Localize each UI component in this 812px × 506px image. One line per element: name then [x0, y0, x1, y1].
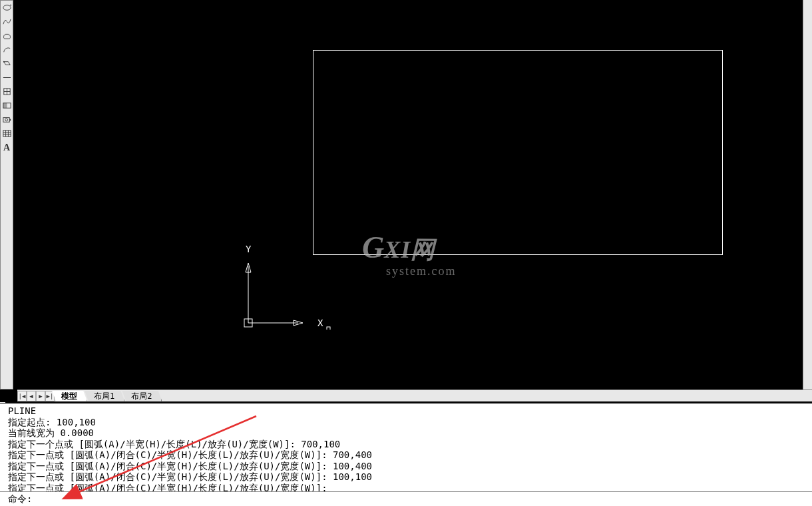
layout-tabbar: |◀ ◀ ▶ ▶| 模型 布局1 布局2 [17, 389, 812, 401]
command-prompt: 命令: [8, 493, 32, 505]
log-line: 指定起点: 100,100 [8, 417, 96, 427]
tab-layout1[interactable]: 布局1 [85, 391, 124, 401]
log-line: 当前线宽为 0.0000 [8, 427, 94, 438]
tab-nav-next-icon[interactable]: ▶ [36, 391, 45, 401]
svg-rect-12 [3, 130, 10, 136]
drawing-canvas[interactable]: Y X GXI网 system.com [17, 0, 812, 389]
command-line: 命令: [0, 491, 812, 506]
point-tool-icon[interactable] [1, 72, 13, 83]
draw-toolbar: A [0, 0, 13, 389]
log-line: 指定下一点或 [圆弧(A)/闭合(C)/半宽(H)/长度(L)/放弃(U)/宽度… [8, 461, 372, 471]
vertical-scrollbar[interactable] [803, 0, 812, 389]
text-tool-icon[interactable]: A [1, 142, 13, 153]
ucs-icon: Y X [242, 243, 335, 330]
tab-layout2[interactable]: 布局2 [122, 391, 162, 401]
revcloud-tool-icon[interactable] [1, 30, 13, 41]
hatch-region-tool-icon[interactable] [1, 86, 13, 97]
svg-rect-11 [9, 119, 11, 121]
rect-outline-tool-icon[interactable] [1, 58, 13, 69]
command-input[interactable] [32, 494, 812, 505]
gradient-tool-icon[interactable] [1, 100, 13, 111]
svg-text:X: X [317, 318, 323, 328]
camera-tool-icon[interactable] [1, 114, 13, 125]
log-line: 指定下一个点或 [圆弧(A)/半宽(H)/长度(L)/放弃(U)/宽度(W)]:… [8, 439, 340, 449]
command-history: PLINE 指定起点: 100,100 当前线宽为 0.0000 指定下一个点或… [0, 403, 812, 491]
svg-point-10 [5, 119, 7, 121]
watermark: GXI网 system.com [362, 230, 457, 280]
tab-nav-first-icon[interactable]: |◀ [17, 391, 27, 401]
arc-tool-icon[interactable] [1, 44, 13, 55]
log-line: PLINE [8, 405, 36, 416]
svg-rect-24 [327, 327, 330, 330]
table-tool-icon[interactable] [1, 128, 13, 139]
svg-text:Y: Y [246, 244, 252, 254]
tab-model[interactable]: 模型 [52, 391, 87, 401]
svg-rect-8 [3, 103, 7, 109]
drawn-rectangle [313, 50, 723, 255]
tab-nav-prev-icon[interactable]: ◀ [27, 391, 36, 401]
svg-point-0 [3, 5, 10, 11]
svg-point-2 [3, 61, 4, 63]
spline-tool-icon[interactable] [1, 16, 13, 27]
log-line: 指定下一点或 [圆弧(A)/闭合(C)/半宽(H)/长度(L)/放弃(U)/宽度… [8, 449, 372, 460]
log-line: 指定下一点或 [圆弧(A)/闭合(C)/半宽(H)/长度(L)/放弃(U)/宽度… [8, 471, 372, 482]
ellipse-tool-icon[interactable] [1, 2, 13, 13]
svg-point-1 [10, 5, 11, 6]
